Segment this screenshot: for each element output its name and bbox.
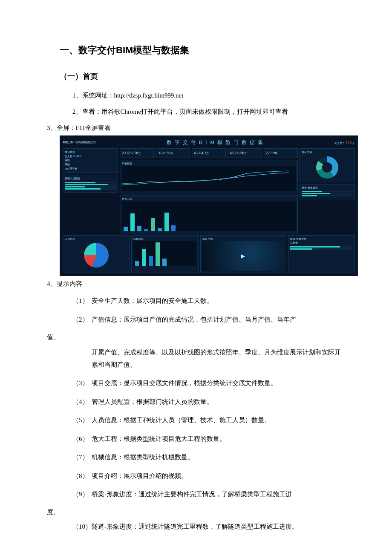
panel-jiaodi: 项目交底 <box>300 148 355 182</box>
para-fullscreen: 3、全屏：F11全屏查看 <box>47 123 341 133</box>
para-display-content: 4、显示内容 <box>47 279 341 289</box>
panel-output-line: 产值信息 <box>120 160 298 194</box>
list-item-cont: 开累产值、完成程度等、以及以折线图的形式按照年、季度、月为维度展示计划和实际开累… <box>60 346 341 371</box>
list-item: （3）项目交底：显示项目交底文件情况，根据分类统计交底文件数量。 <box>60 377 341 389</box>
panel-danger-bars: 危大工程 <box>120 195 298 233</box>
list-item: （1）安全生产天数：展示项目的安全施工天数。 <box>60 295 341 307</box>
page-heading: 一、数字交付BIM模型与数据集 <box>60 43 341 58</box>
panel-person-pie: 人员信息 <box>63 235 130 273</box>
section-title: （一）首页 <box>60 70 341 83</box>
kpi-row: 233752.78万 3120.56万 43334.2万 65356.56万 2… <box>120 148 298 158</box>
panel-member-overview: 成员概况 总人数 20/3000 在线 离线 518 万平米 <box>63 148 118 173</box>
dashboard-screenshot: 中国上海工程局集团有限公司 数 字 交 付 B I M 模 型 与 数 据 集 … <box>60 135 358 276</box>
list-item: （4）管理人员配置：根据部门统计人员的数量。 <box>60 396 341 408</box>
para-view: 2、查看：用谷歌Chrome打开此平台，页面未做权限限制，打开网址即可查看 <box>60 106 341 117</box>
list-item: （7）机械信息：根据类型统计机械数量。 <box>60 451 341 463</box>
list-item-10: （10）隧道-形象进度：通过统计隧道完工里程数，了解隧道类型工程施工进度。 <box>60 521 341 532</box>
list-item-hang: 度。 <box>47 507 341 517</box>
panel-bridge-progress: 桥梁-形象进度 <box>300 184 355 200</box>
list-item: （6）危大工程：根据类型统计项目危大工程的数量。 <box>60 433 341 445</box>
list-item-hang: 值、 <box>47 332 341 342</box>
list-item: （5）人员信息：根据工种统计人员（管理、技术、施工人员）数量。 <box>60 414 341 426</box>
panel-video: 项目介绍 <box>200 235 286 273</box>
list-item: （9）桥梁-形象进度：通过统计主要构件完工情况，了解桥梁类型工程施工进 <box>60 488 341 501</box>
list-item: （8）项目介绍：展示项目介绍的视频。 <box>60 470 341 482</box>
list-item: （2）产值信息：展示项目产值的完成情况，包括计划产值、当月产值、当年产 <box>60 314 341 326</box>
dashboard-safe: 安全生产 725 天 <box>334 139 355 146</box>
panel-staff-config: 管理人员配置 <box>63 175 118 193</box>
dashboard-title: 数 字 交 付 B I M 模 型 与 数 据 集 <box>96 138 334 147</box>
panel-machine: 机械信息 <box>131 235 198 273</box>
para-url: 1、系统网址：http://dzsp.fxgt.bim999.net <box>60 90 341 101</box>
panel-tunnel: 隧道-形象进度 工程量 <box>288 235 355 273</box>
dashboard-org: 中国上海工程局集团有限公司 <box>63 141 96 145</box>
